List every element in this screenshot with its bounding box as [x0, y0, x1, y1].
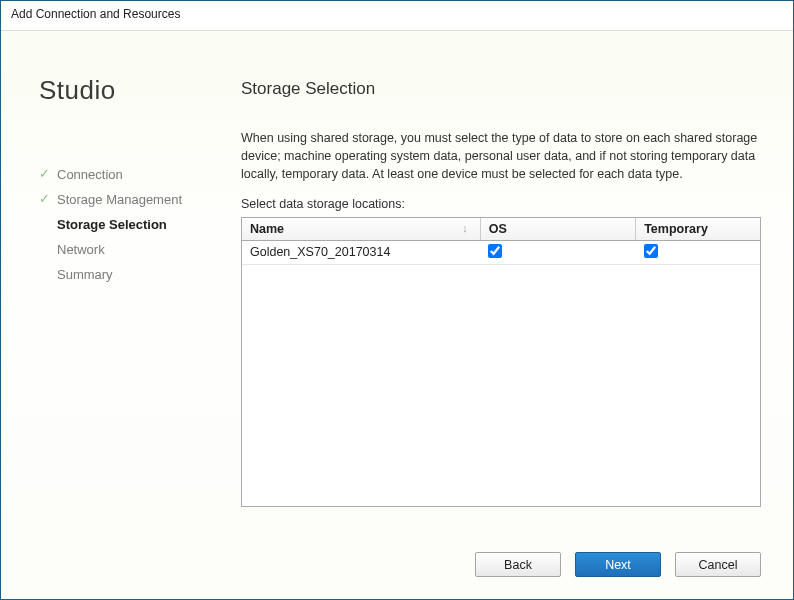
- storage-table: Name ↓ OS Temporary Golden_XS70_20170314: [242, 218, 760, 265]
- cancel-button[interactable]: Cancel: [675, 552, 761, 577]
- column-header-label: Temporary: [644, 222, 708, 236]
- os-checkbox[interactable]: [488, 244, 502, 258]
- column-header-os[interactable]: OS: [480, 218, 635, 240]
- sort-indicator-icon: ↓: [462, 222, 468, 234]
- cell-name: Golden_XS70_20170314: [242, 240, 480, 264]
- step-label: Network: [57, 242, 105, 257]
- wizard-buttons: Back Next Cancel: [475, 552, 761, 577]
- table-row[interactable]: Golden_XS70_20170314: [242, 240, 760, 264]
- window-title: Add Connection and Resources: [11, 7, 180, 21]
- page-description: When using shared storage, you must sele…: [241, 129, 761, 183]
- step-label: Storage Selection: [57, 217, 167, 232]
- page-title: Storage Selection: [241, 79, 761, 99]
- step-connection[interactable]: Connection: [39, 162, 209, 187]
- wizard-main: Storage Selection When using shared stor…: [241, 79, 761, 599]
- step-label: Summary: [57, 267, 113, 282]
- storage-table-container: Name ↓ OS Temporary Golden_XS70_20170314: [241, 217, 761, 507]
- step-storage-selection[interactable]: Storage Selection: [39, 212, 209, 237]
- step-network[interactable]: Network: [39, 237, 209, 262]
- back-button[interactable]: Back: [475, 552, 561, 577]
- column-header-name[interactable]: Name ↓: [242, 218, 480, 240]
- column-header-label: OS: [489, 222, 507, 236]
- step-label: Connection: [57, 167, 123, 182]
- brand-title: Studio: [39, 75, 209, 106]
- title-bar: Add Connection and Resources: [1, 1, 793, 31]
- page-subheading: Select data storage locations:: [241, 197, 761, 211]
- step-label: Storage Management: [57, 192, 182, 207]
- cell-temporary: [636, 240, 760, 264]
- wizard-content: Studio Connection Storage Management Sto…: [1, 31, 793, 599]
- cell-os: [480, 240, 635, 264]
- table-header-row: Name ↓ OS Temporary: [242, 218, 760, 240]
- wizard-steps: Connection Storage Management Storage Se…: [39, 162, 209, 287]
- step-storage-management[interactable]: Storage Management: [39, 187, 209, 212]
- column-header-label: Name: [250, 222, 284, 236]
- temporary-checkbox[interactable]: [644, 244, 658, 258]
- wizard-sidebar: Studio Connection Storage Management Sto…: [39, 75, 209, 287]
- column-header-temporary[interactable]: Temporary: [636, 218, 760, 240]
- step-summary[interactable]: Summary: [39, 262, 209, 287]
- next-button[interactable]: Next: [575, 552, 661, 577]
